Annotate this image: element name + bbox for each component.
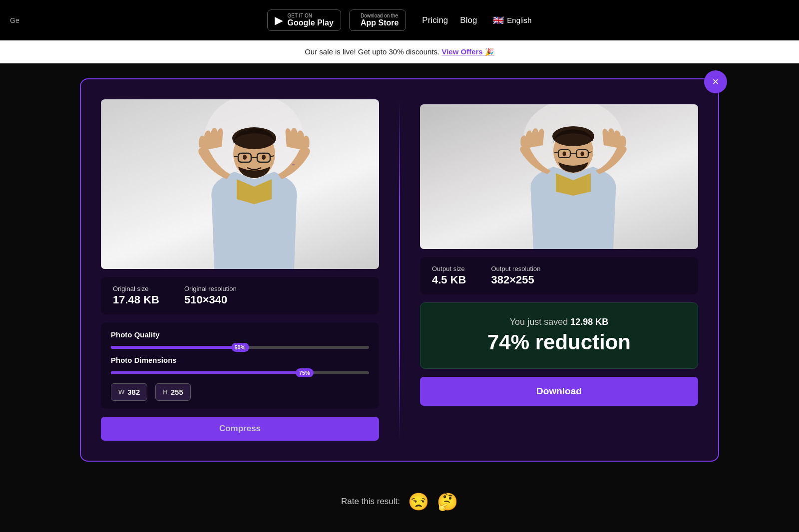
- output-resolution-value: 382×255: [491, 273, 540, 286]
- google-play-icon: ▶: [275, 14, 283, 27]
- original-size-label: Original size: [113, 285, 159, 292]
- original-image-preview: [101, 99, 379, 269]
- blog-link[interactable]: Blog: [460, 15, 477, 25]
- google-play-button[interactable]: ▶ GET IT ON Google Play: [267, 9, 341, 31]
- flag-icon: 🇬🇧: [493, 15, 504, 26]
- compression-modal: ×: [80, 78, 719, 462]
- width-label: W: [118, 388, 124, 396]
- original-stats: Original size 17.48 KB Original resoluti…: [101, 277, 379, 314]
- view-offers-link[interactable]: View Offers 🎉: [441, 47, 494, 56]
- output-size-label: Output size: [432, 265, 466, 272]
- dimension-slider-container: 75%: [111, 371, 369, 374]
- width-value[interactable]: 382: [127, 388, 140, 396]
- language-selector[interactable]: 🇬🇧 English: [493, 15, 531, 26]
- dimension-slider-thumb[interactable]: 75%: [296, 368, 314, 377]
- savings-text: You just saved 12.98 KB: [432, 317, 686, 327]
- language-label: English: [507, 16, 531, 24]
- original-resolution-value: 510×340: [184, 293, 237, 306]
- main-content: ×: [0, 63, 799, 482]
- output-size-group: Output size 4.5 KB: [432, 265, 466, 286]
- original-size-value: 17.48 KB: [113, 293, 159, 306]
- quality-slider-fill: [111, 346, 240, 349]
- dimension-inputs: W 382 H 255: [111, 383, 369, 401]
- download-button[interactable]: Download: [420, 377, 698, 406]
- panel-divider: [399, 99, 400, 441]
- sale-banner: Our sale is live! Get upto 30% discounts…: [0, 40, 799, 63]
- output-size-value: 4.5 KB: [432, 273, 466, 286]
- width-input-wrapper: W 382: [111, 383, 147, 401]
- nav-left-hint: Ge: [0, 16, 19, 24]
- pricing-link[interactable]: Pricing: [422, 15, 448, 25]
- photo-dimensions-label: Photo Dimensions: [111, 356, 369, 364]
- svg-point-19: [580, 152, 584, 156]
- original-size-group: Original size 17.48 KB: [113, 285, 159, 306]
- original-resolution-label: Original resolution: [184, 285, 237, 292]
- quality-slider-thumb[interactable]: 50%: [231, 343, 249, 352]
- app-store-button[interactable]: Download on the App Store: [349, 9, 406, 31]
- nav-links: Pricing Blog 🇬🇧 English: [422, 15, 531, 26]
- photo-quality-label: Photo Quality: [111, 330, 369, 339]
- left-panel: Original size 17.48 KB Original resoluti…: [101, 99, 379, 441]
- output-image-figure: [503, 104, 643, 249]
- controls-panel: Photo Quality 50% Photo Dimensions 75%: [101, 322, 379, 409]
- height-label: H: [163, 388, 167, 396]
- emoji-disappointed-button[interactable]: 😒: [408, 492, 429, 512]
- navbar: Ge ▶ GET IT ON Google Play Download on t…: [0, 0, 799, 40]
- output-resolution-group: Output resolution 382×255: [491, 265, 540, 286]
- google-play-text: GET IT ON Google Play: [287, 13, 333, 27]
- savings-box: You just saved 12.98 KB 74% reduction: [420, 302, 698, 369]
- compress-button[interactable]: Compress: [101, 417, 379, 441]
- app-store-text: Download on the App Store: [361, 13, 399, 27]
- sale-text: Our sale is live! Get upto 30% discounts…: [305, 47, 439, 56]
- output-image-preview: [420, 104, 698, 249]
- dimension-slider-track: [111, 371, 369, 374]
- height-input-wrapper: H 255: [155, 383, 190, 401]
- original-resolution-group: Original resolution 510×340: [184, 285, 237, 306]
- output-resolution-label: Output resolution: [491, 265, 540, 272]
- svg-point-9: [262, 155, 266, 160]
- right-panel: Output size 4.5 KB Output resolution 382…: [420, 99, 698, 441]
- emoji-thinking-button[interactable]: 🤔: [437, 492, 458, 512]
- dimension-slider-fill: [111, 371, 305, 374]
- savings-amount: 12.98 KB: [570, 317, 608, 327]
- savings-percent: 74% reduction: [432, 330, 686, 354]
- close-button[interactable]: ×: [704, 70, 727, 93]
- bottom-bar: Rate this result: 😒 🤔: [0, 482, 799, 522]
- output-stats: Output size 4.5 KB Output resolution 382…: [420, 257, 698, 294]
- svg-point-18: [562, 152, 566, 156]
- svg-point-8: [243, 155, 247, 160]
- rate-label: Rate this result:: [341, 497, 400, 507]
- original-image-figure: [184, 99, 324, 269]
- quality-slider-container: 50%: [111, 346, 369, 349]
- height-value[interactable]: 255: [171, 388, 183, 396]
